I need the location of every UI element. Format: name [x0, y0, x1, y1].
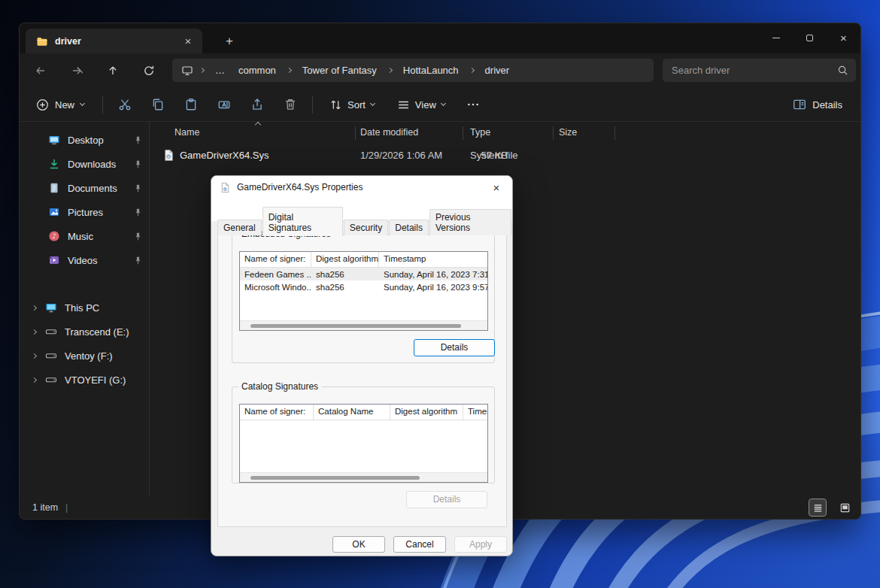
pin-icon — [133, 256, 143, 265]
cancel-button[interactable]: Cancel — [393, 536, 446, 553]
horizontal-scrollbar[interactable] — [240, 320, 487, 330]
tab-previous-versions[interactable]: Previous Versions — [429, 209, 511, 235]
folder-icon — [36, 35, 48, 47]
nav-buttons — [29, 53, 161, 88]
file-list-header: Name Date modified Type Size — [150, 122, 860, 144]
details-pane-label: Details — [812, 99, 842, 111]
expand-chevron-icon[interactable] — [30, 378, 38, 382]
sidebar-item-label: Desktop — [68, 135, 104, 146]
paste-button[interactable] — [180, 93, 202, 116]
column-name-of-signer[interactable]: Name of signer: — [240, 405, 314, 420]
sidebar-item-desktop[interactable]: Desktop — [20, 128, 149, 152]
maximize-icon — [806, 35, 813, 41]
view-button[interactable]: View — [391, 94, 451, 116]
breadcrumb-item-hottalaunch[interactable]: HottaLaunch — [399, 63, 463, 77]
expand-chevron-icon[interactable] — [30, 330, 38, 334]
close-icon: × — [493, 181, 500, 194]
videos-icon — [48, 254, 60, 266]
thumbnail-view-toggle[interactable] — [836, 499, 853, 516]
delete-button[interactable] — [279, 93, 302, 116]
minimize-button[interactable] — [759, 23, 793, 52]
tab-close-icon[interactable]: × — [180, 33, 196, 50]
column-digest-algorithm[interactable]: Digest algorithm — [311, 252, 379, 267]
signature-row-fedeen[interactable]: Fedeen Games ... sha256 Sunday, April 16… — [240, 268, 487, 280]
copy-button[interactable] — [147, 93, 169, 116]
toolbar-divider — [102, 95, 103, 114]
refresh-button[interactable] — [137, 59, 161, 83]
column-digest-algorithm[interactable]: Digest algorithm — [390, 405, 463, 420]
column-separator[interactable] — [463, 126, 463, 140]
column-header-name[interactable]: Name — [174, 127, 199, 138]
sort-button[interactable]: Sort — [323, 94, 381, 116]
embedded-signatures-list: Name of signer: Digest algorithm Timesta… — [239, 251, 488, 331]
sidebar-item-transcend-e[interactable]: Transcend (E:) — [20, 320, 149, 344]
expand-chevron-icon[interactable] — [30, 354, 38, 358]
column-header-size[interactable]: Size — [559, 127, 577, 138]
forward-button[interactable] — [65, 59, 89, 83]
digest-algorithm: sha256 — [311, 283, 379, 292]
column-timestamp[interactable]: Timestamp — [379, 252, 488, 267]
column-separator[interactable] — [553, 126, 554, 140]
horizontal-scrollbar[interactable] — [240, 472, 487, 482]
new-tab-button[interactable]: + — [220, 32, 239, 50]
this-pc-icon[interactable] — [181, 65, 193, 77]
tab-digital-signatures[interactable]: Digital Signatures — [262, 207, 343, 236]
drive-icon — [45, 374, 57, 386]
share-icon — [250, 98, 264, 111]
search-input[interactable] — [672, 65, 837, 76]
ok-button[interactable]: OK — [332, 536, 385, 553]
breadcrumb-item-tower-of-fantasy[interactable]: Tower of Fantasy — [298, 63, 381, 77]
details-view-toggle[interactable] — [809, 499, 826, 516]
rename-button[interactable] — [213, 93, 235, 116]
file-name: GameDriverX64.Sys — [180, 150, 269, 161]
sidebar-item-pictures[interactable]: Pictures — [20, 200, 149, 224]
column-separator[interactable] — [614, 126, 615, 140]
column-timestamp[interactable]: Timestamp — [463, 405, 488, 420]
sidebar-item-label: Documents — [68, 183, 117, 194]
new-button[interactable]: New — [29, 94, 92, 116]
tab-general[interactable]: General — [217, 220, 262, 235]
sidebar-item-documents[interactable]: Documents — [20, 176, 149, 200]
explorer-tab-driver[interactable]: driver × — [26, 29, 202, 53]
sidebar-item-ventoy-f[interactable]: Ventoy (F:) — [20, 344, 149, 368]
expand-chevron-icon[interactable] — [30, 306, 38, 310]
file-row-gamedriverx64[interactable]: ⚙ GameDriverX64.Sys 1/29/2026 1:06 AM Sy… — [150, 144, 854, 167]
tab-security[interactable]: Security — [344, 220, 388, 235]
dialog-tabs: General Digital Signatures Security Deta… — [217, 206, 512, 235]
column-name-of-signer[interactable]: Name of signer: — [240, 252, 311, 267]
share-button[interactable] — [246, 93, 269, 116]
column-separator[interactable] — [355, 126, 356, 140]
column-header-type[interactable]: Type — [470, 127, 490, 138]
sidebar-item-label: Ventoy (F:) — [65, 350, 113, 362]
signature-row-microsoft[interactable]: Microsoft Windo... sha256 Sunday, April … — [240, 280, 487, 293]
scrollbar-thumb[interactable] — [250, 476, 420, 480]
close-button[interactable]: × — [827, 23, 860, 52]
sidebar-item-label: Transcend (E:) — [65, 326, 129, 338]
dialog-close-button[interactable]: × — [481, 176, 512, 199]
breadcrumb-overflow[interactable]: … — [211, 63, 229, 77]
downloads-icon — [48, 158, 60, 170]
sidebar-item-downloads[interactable]: Downloads — [20, 152, 149, 176]
maximize-button[interactable] — [793, 23, 827, 52]
column-header-date-modified[interactable]: Date modified — [360, 127, 418, 138]
search-icon[interactable] — [837, 65, 848, 76]
drive-icon — [45, 350, 57, 362]
sort-button-label: Sort — [347, 99, 366, 111]
embedded-details-button[interactable]: Details — [414, 339, 495, 356]
sidebar-item-music[interactable]: ♪ Music — [20, 224, 149, 248]
breadcrumb-item-driver[interactable]: driver — [481, 63, 514, 77]
up-button[interactable] — [101, 59, 125, 83]
details-pane-button[interactable]: Details — [787, 93, 848, 116]
back-button[interactable] — [29, 59, 53, 83]
cut-button[interactable] — [114, 93, 136, 116]
sidebar-item-videos[interactable]: Videos — [20, 248, 149, 272]
tab-title: driver — [55, 36, 173, 47]
sidebar-item-vtoyefi-g[interactable]: VTOYEFI (G:) — [20, 368, 149, 392]
column-catalog-name[interactable]: Catalog Name — [314, 405, 390, 420]
sidebar-item-this-pc[interactable]: This PC — [20, 296, 149, 320]
breadcrumb-item-common[interactable]: common — [234, 63, 281, 77]
tab-details[interactable]: Details — [389, 220, 429, 235]
more-button[interactable] — [462, 93, 484, 116]
scrollbar-thumb[interactable] — [250, 324, 461, 328]
window-controls: × — [759, 23, 860, 52]
